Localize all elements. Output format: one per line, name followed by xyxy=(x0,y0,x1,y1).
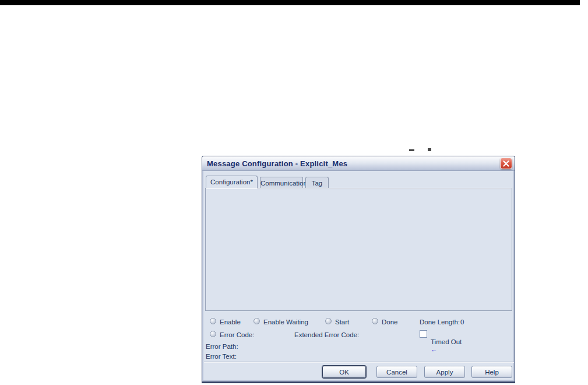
dialog-titlebar[interactable]: Message Configuration - Explicit_Mes xyxy=(202,156,515,171)
configuration-tab-panel xyxy=(205,188,512,311)
start-indicator xyxy=(325,318,332,324)
help-button[interactable]: Help xyxy=(471,366,512,378)
close-button[interactable] xyxy=(500,158,512,169)
error-code-indicator xyxy=(210,331,216,337)
timed-out-label: Timed Out ← xyxy=(431,331,462,354)
tab-communication[interactable]: Communication xyxy=(260,177,303,188)
done-length-value: 0 xyxy=(460,318,464,326)
done-indicator xyxy=(372,318,378,324)
message-configuration-dialog: Message Configuration - Explicit_Mes Con… xyxy=(202,156,515,383)
start-label: Start xyxy=(335,318,349,326)
enable-label: Enable xyxy=(220,318,241,326)
dialog-title: Message Configuration - Explicit_Mes xyxy=(207,159,347,168)
done-length-label: Done Length: xyxy=(420,318,460,326)
ok-button[interactable]: OK xyxy=(322,366,366,378)
done-label: Done xyxy=(382,318,398,326)
tab-configuration[interactable]: Configuration* xyxy=(206,176,258,188)
print-artifact xyxy=(428,148,431,151)
extended-error-code-label: Extended Error Code: xyxy=(294,331,359,339)
enable-waiting-indicator xyxy=(253,318,260,324)
page-top-rule xyxy=(0,0,580,5)
timed-out-arrow-icon: ← xyxy=(431,346,438,353)
button-separator xyxy=(204,362,514,363)
error-code-label: Error Code: xyxy=(220,331,254,339)
close-icon xyxy=(503,160,509,167)
error-text-label: Error Text: xyxy=(206,353,237,360)
document-page: Message Configuration - Explicit_Mes Con… xyxy=(0,0,588,385)
enable-waiting-label: Enable Waiting xyxy=(263,318,308,326)
error-path-label: Error Path: xyxy=(206,343,238,351)
timed-out-checkbox[interactable] xyxy=(420,330,427,338)
enable-indicator xyxy=(210,318,216,324)
tab-tag[interactable]: Tag xyxy=(305,177,329,188)
apply-button[interactable]: Apply xyxy=(424,366,465,378)
cancel-button[interactable]: Cancel xyxy=(376,366,417,378)
print-artifact xyxy=(409,149,414,151)
